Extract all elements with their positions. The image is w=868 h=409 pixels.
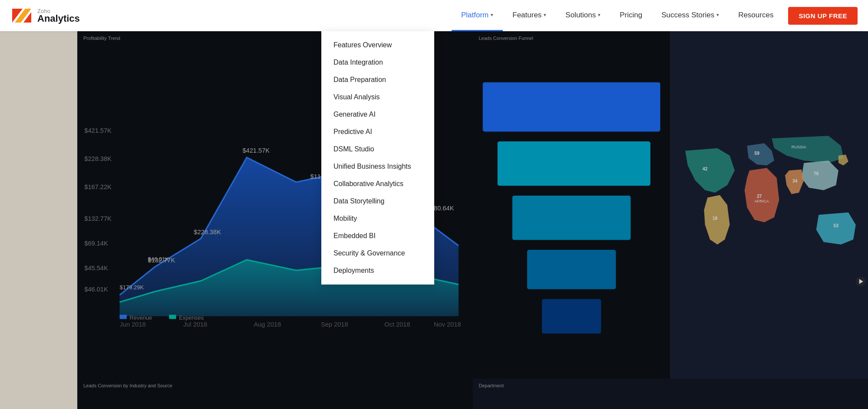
dropdown-item-security[interactable]: Security & Governance	[321, 245, 434, 262]
dropdown-item-generative-ai[interactable]: Generative AI	[321, 106, 434, 123]
nav-solutions-label: Solutions	[565, 11, 596, 20]
nav-pricing-label: Pricing	[620, 11, 642, 20]
nav-item-success[interactable]: Success Stories ▾	[652, 0, 729, 31]
nav-success-label: Success Stories	[661, 11, 714, 20]
logo[interactable]: Zoho Analytics	[10, 4, 80, 27]
logo-text: Zoho Analytics	[37, 8, 80, 23]
success-chevron-icon: ▾	[716, 12, 719, 18]
nav-item-resources[interactable]: Resources	[729, 0, 783, 31]
nav-item-solutions[interactable]: Solutions ▾	[556, 0, 610, 31]
dropdown-item-features-overview[interactable]: Features Overview	[321, 36, 434, 54]
dropdown-item-visual-analysis[interactable]: Visual Analysis	[321, 88, 434, 106]
features-dropdown: Features Overview Data Integration Data …	[321, 31, 434, 285]
nav-platform-label: Platform	[461, 11, 488, 20]
nav-links: Platform ▾ Features ▾ Solutions ▾ Pricin…	[452, 0, 858, 31]
nav-resources-label: Resources	[738, 11, 773, 20]
platform-chevron-icon: ▾	[491, 12, 493, 18]
dropdown-item-mobility[interactable]: Mobility	[321, 210, 434, 227]
logo-icon	[10, 4, 33, 27]
nav-item-platform[interactable]: Platform ▾	[452, 0, 503, 31]
dropdown-item-data-integration[interactable]: Data Integration	[321, 54, 434, 71]
dropdown-item-collaborative[interactable]: Collaborative Analytics	[321, 175, 434, 193]
dropdown-item-dsml-studio[interactable]: DSML Studio	[321, 141, 434, 158]
dropdown-item-data-preparation[interactable]: Data Preparation	[321, 71, 434, 88]
dropdown-item-predictive-ai[interactable]: Predictive AI	[321, 123, 434, 141]
dropdown-item-data-storytelling[interactable]: Data Storytelling	[321, 193, 434, 210]
features-chevron-icon: ▾	[544, 12, 546, 18]
logo-analytics-label: Analytics	[37, 14, 80, 23]
nav-item-features[interactable]: Features ▾	[503, 0, 556, 31]
signup-button[interactable]: SIGN UP FREE	[788, 7, 858, 25]
dropdown-item-deployments[interactable]: Deployments	[321, 262, 434, 279]
dropdown-item-unified-business[interactable]: Unified Business Insights	[321, 158, 434, 175]
nav-item-pricing[interactable]: Pricing	[610, 0, 652, 31]
solutions-chevron-icon: ▾	[598, 12, 601, 18]
navbar: Zoho Analytics Platform ▾ Features ▾ Sol…	[0, 0, 868, 31]
dropdown-item-embedded-bi[interactable]: Embedded BI	[321, 227, 434, 245]
nav-features-label: Features	[512, 11, 541, 20]
